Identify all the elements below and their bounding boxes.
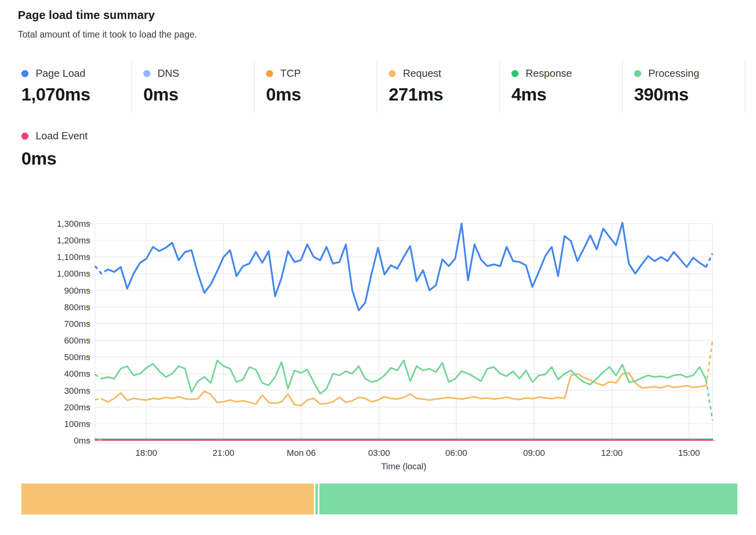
page-load-line bbox=[108, 223, 706, 310]
y-tick-label: 400ms bbox=[64, 369, 90, 379]
y-tick-label: 100ms bbox=[64, 419, 90, 429]
stat-column-response: Response4ms bbox=[500, 59, 623, 113]
y-tick-label: 600ms bbox=[64, 336, 90, 345]
page-load-line-dashed bbox=[706, 254, 712, 267]
y-tick-label: 1,100ms bbox=[57, 252, 90, 262]
legend-line: Request bbox=[389, 67, 500, 80]
y-tick-label: 200ms bbox=[64, 402, 90, 412]
bar-orange bbox=[21, 484, 314, 514]
stat-column-dns: DNS0ms bbox=[132, 59, 255, 113]
stat-value: 0ms bbox=[266, 84, 377, 105]
y-tick-label: 0ms bbox=[74, 436, 90, 446]
dns-legend-dot bbox=[143, 70, 150, 77]
processing-line-dashed bbox=[706, 379, 712, 420]
stat-label: Request bbox=[403, 67, 441, 80]
processing-legend-dot bbox=[634, 70, 641, 77]
stat-value: 271ms bbox=[389, 84, 500, 105]
stat-value: 390ms bbox=[634, 84, 745, 105]
stat-label: Processing bbox=[648, 67, 699, 80]
legend-line: DNS bbox=[143, 67, 254, 80]
y-tick-label: 800ms bbox=[64, 302, 90, 312]
x-tick-label: 06:00 bbox=[445, 448, 467, 458]
stat-label: DNS bbox=[158, 67, 179, 80]
stat-value: 0ms bbox=[21, 148, 88, 169]
stat-column-load-event: Load Event 0ms bbox=[18, 130, 88, 169]
stat-label: Response bbox=[526, 67, 572, 80]
request-line-dashed bbox=[95, 399, 101, 400]
legend-line: Page Load bbox=[21, 67, 131, 80]
legend-line: Load Event bbox=[21, 130, 88, 142]
x-tick-label: 15:00 bbox=[678, 448, 700, 458]
stat-label: Load Event bbox=[36, 130, 88, 142]
y-tick-label: 300ms bbox=[64, 386, 90, 396]
response-legend-dot bbox=[511, 70, 519, 77]
stat-label: Page Load bbox=[36, 67, 85, 80]
stat-value: 1,070ms bbox=[21, 84, 131, 105]
legend-line: TCP bbox=[266, 67, 377, 80]
stat-value: 4ms bbox=[511, 84, 622, 105]
request-line-dashed bbox=[706, 341, 712, 385]
legend-line: Response bbox=[511, 67, 622, 80]
x-tick-label: 09:00 bbox=[523, 448, 545, 458]
stat-column-request: Request271ms bbox=[377, 59, 500, 113]
stat-column-tcp: TCP0ms bbox=[255, 59, 377, 113]
bar-green bbox=[319, 484, 737, 514]
x-tick-label: 03:00 bbox=[368, 448, 390, 458]
processing-line bbox=[101, 360, 706, 394]
tcp-legend-dot bbox=[266, 70, 273, 77]
stat-label: TCP bbox=[280, 67, 301, 80]
stats-row: Page Load1,070msDNS0msTCP0msRequest271ms… bbox=[18, 59, 748, 113]
y-tick-label: 1,300ms bbox=[57, 219, 90, 229]
x-tick-label: 18:00 bbox=[135, 448, 157, 458]
page-title: Page load time summary bbox=[18, 9, 155, 22]
y-tick-label: 1,200ms bbox=[57, 235, 90, 245]
bar-green-sliver bbox=[315, 484, 318, 514]
y-tick-label: 500ms bbox=[64, 352, 90, 362]
y-tick-label: 900ms bbox=[64, 286, 90, 296]
stat-column-processing: Processing390ms bbox=[623, 59, 745, 113]
x-tick-label: 12:00 bbox=[601, 448, 623, 458]
timeline-bar bbox=[21, 484, 737, 514]
processing-line-dashed bbox=[95, 375, 101, 379]
page-subtitle: Total amount of time it took to load the… bbox=[18, 29, 197, 40]
x-tick-label: Mon 06 bbox=[287, 448, 315, 458]
y-tick-label: 1,000ms bbox=[57, 269, 90, 279]
stat-value: 0ms bbox=[143, 84, 254, 105]
page-load-line-dashed bbox=[95, 266, 108, 274]
legend-line: Processing bbox=[634, 67, 745, 80]
page-load-legend-dot bbox=[21, 70, 28, 77]
request-line bbox=[101, 373, 706, 406]
y-tick-label: 700ms bbox=[64, 319, 90, 329]
load-event-legend-dot bbox=[21, 133, 28, 140]
request-legend-dot bbox=[389, 70, 396, 77]
x-tick-label: 21:00 bbox=[213, 448, 234, 458]
stat-column-page-load: Page Load1,070ms bbox=[18, 59, 132, 113]
x-axis-title: Time (local) bbox=[381, 461, 426, 471]
